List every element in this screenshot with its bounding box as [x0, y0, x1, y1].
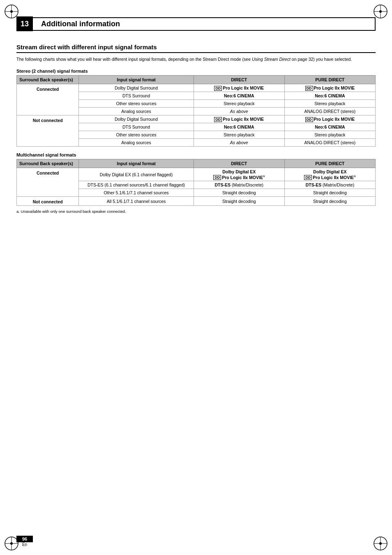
- stereo-notconnected-row3-direct: Stereo playback: [194, 131, 284, 138]
- chapter-title-box: Additional information: [33, 17, 376, 31]
- multi-connected-row1-direct: Dolby Digital EX DDPro Logic IIx MOVIEa: [194, 168, 284, 181]
- footnote: a. Unavailable with only one surround ba…: [16, 209, 376, 214]
- chapter-title: Additional information: [41, 20, 120, 28]
- multi-connected-row1-pure: Dolby Digital EX DDPro Logic IIx MOVIEa: [284, 168, 375, 181]
- stereo-notconnected-label: Not connected: [17, 115, 79, 146]
- svg-point-7: [379, 10, 382, 13]
- section-title: Stream direct with different input signa…: [16, 44, 376, 53]
- multichannel-table: Surround Back speaker(s) Input signal fo…: [16, 159, 376, 206]
- stereo-notconnected-row2-pure: Neo:6 CINEMA: [284, 123, 375, 131]
- multi-connected-row2-pure: DTS-ES (Matrix/Discrete): [284, 181, 375, 189]
- stereo-connected-row2-pure: Neo:6 CINEMA: [284, 92, 375, 99]
- stereo-connected-row2-format: DTS Surround: [79, 92, 194, 99]
- stereo-header-pure: PURE DIRECT: [284, 75, 375, 84]
- stereo-notconnected-row3-pure: Stereo playback: [284, 131, 375, 138]
- stereo-notconnected-row1-direct: DDPro Logic IIx MOVIE: [194, 115, 284, 123]
- multi-header-pure: PURE DIRECT: [284, 159, 375, 168]
- page-bottom: 96 En: [16, 536, 33, 547]
- multi-header-direct: DIRECT: [194, 159, 284, 168]
- multi-connected-row3-format: Other 5.1/6.1/7.1 channel sources: [79, 189, 194, 197]
- stereo-connected-row4-direct: As above: [194, 107, 284, 115]
- multi-connected-row3-direct: Straight decoding: [194, 189, 284, 197]
- stereo-header-surround: Surround Back speaker(s): [17, 75, 79, 84]
- svg-point-3: [10, 10, 13, 13]
- stereo-connected-row4-format: Analog sources: [79, 107, 194, 115]
- multi-connected-row2-direct: DTS-ES (Matrix/Discrete): [194, 181, 284, 189]
- stereo-notconnected-row1-pure: DDPro Logic IIx MOVIE: [284, 115, 375, 123]
- stereo-connected-row2-direct: Neo:6 CINEMA: [194, 92, 284, 99]
- stereo-connected-row3-format: Other stereo sources: [79, 99, 194, 107]
- multi-connected-label: Connected: [17, 168, 79, 197]
- multi-connected-row3-pure: Straight decoding: [284, 189, 375, 197]
- stereo-connected-row4-pure: ANALOG DIRECT (stereo): [284, 107, 375, 115]
- table-row: Not connected Dolby Digital Surround DDP…: [17, 115, 376, 123]
- stereo-notconnected-row4-pure: ANALOG DIRECT (stereo): [284, 138, 375, 146]
- multi-notconnected-row1-format: All 5.1/6.1/7.1 channel sources: [79, 197, 194, 206]
- page-lang: En: [22, 542, 27, 547]
- stereo-table: Surround Back speaker(s) Input signal fo…: [16, 75, 376, 147]
- svg-point-15: [379, 542, 382, 545]
- stereo-connected-row1-pure: DDPro Logic IIx MOVIE: [284, 84, 375, 92]
- stereo-connected-row1-direct: DDPro Logic IIx MOVIE: [194, 84, 284, 92]
- stereo-connected-row3-direct: Stereo playback: [194, 99, 284, 107]
- multi-connected-row1-format: Dolby Digital EX (6.1 channel flagged): [79, 168, 194, 181]
- stereo-notconnected-row1-format: Dolby Digital Surround: [79, 115, 194, 123]
- section-intro: The following charts show what you will …: [16, 56, 376, 63]
- page: 13 Additional information Stream direct …: [0, 0, 392, 555]
- multichannel-subtitle: Multichannel signal formats: [16, 152, 376, 157]
- stereo-connected-row3-pure: Stereo playback: [284, 99, 375, 107]
- stereo-notconnected-row2-direct: Neo:6 CINEMA: [194, 123, 284, 131]
- corner-decoration-tr: [372, 3, 389, 20]
- corner-decoration-br: [372, 535, 389, 552]
- stereo-connected-label: Connected: [17, 84, 79, 115]
- multi-notconnected-label: Not connected: [17, 197, 79, 206]
- table-row: Connected Dolby Digital EX (6.1 channel …: [17, 168, 376, 181]
- svg-point-11: [10, 542, 13, 545]
- stereo-notconnected-row4-format: Analog sources: [79, 138, 194, 146]
- multi-connected-row2-format: DTS-ES (6.1 channel sources/6.1 channel …: [79, 181, 194, 189]
- stereo-connected-row1-format: Dolby Digital Surround: [79, 84, 194, 92]
- page-number: 96: [16, 536, 33, 542]
- corner-decoration-tl: [3, 3, 20, 20]
- multi-notconnected-row1-pure: Straight decoding: [284, 197, 375, 206]
- stereo-notconnected-row2-format: DTS Surround: [79, 123, 194, 131]
- chapter-header: 13 Additional information: [16, 16, 376, 31]
- stereo-subtitle: Stereo (2 channel) signal formats: [16, 69, 376, 74]
- stereo-notconnected-row4-direct: As above: [194, 138, 284, 146]
- multi-header-surround: Surround Back speaker(s): [17, 159, 79, 168]
- table-row: Not connected All 5.1/6.1/7.1 channel so…: [17, 197, 376, 206]
- stereo-header-input: Input signal format: [79, 75, 194, 84]
- stereo-notconnected-row3-format: Other stereo sources: [79, 131, 194, 138]
- table-row: Connected Dolby Digital Surround DDPro L…: [17, 84, 376, 92]
- multi-notconnected-row1-direct: Straight decoding: [194, 197, 284, 206]
- stereo-header-direct: DIRECT: [194, 75, 284, 84]
- multi-header-input: Input signal format: [79, 159, 194, 168]
